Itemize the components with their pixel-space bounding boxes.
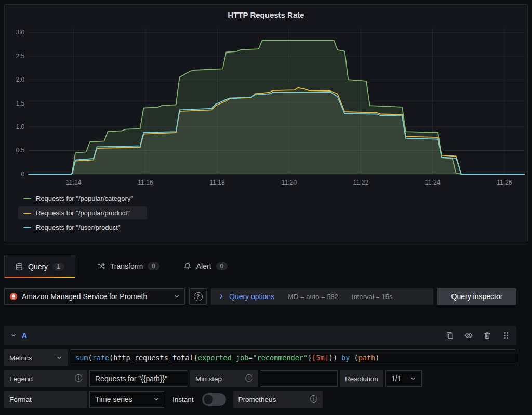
metrics-dropdown-button[interactable]: Metrics [4,349,68,366]
transform-icon [97,262,105,270]
datasource-row: Amazon Managed Service for Prometh ? Que… [4,288,516,305]
panel-editor-bottom-pane: Query 1 Transform 0 Alert 0 [4,255,516,408]
format-row: Format Time series Instant Prometheus ⓘ [4,391,516,408]
svg-text:0.5: 0.5 [16,147,24,154]
info-icon: ⓘ [75,374,82,383]
interval-text: Interval = 15s [352,293,392,301]
legend-options-row: Legend ⓘ Min step ⓘ Resolution 1/1 [4,370,516,387]
query-options-bar: Query options MD = auto = 582 Interval =… [211,288,433,305]
query-actions [446,331,510,340]
question-mark-icon: ? [194,292,203,301]
chevron-down-icon [410,375,416,382]
info-icon: ⓘ [245,374,252,383]
datasource-name: Amazon Managed Service for Prometh [22,292,169,301]
metrics-label: Metrics [9,354,32,362]
datasource-picker[interactable]: Amazon Managed Service for Prometh [4,288,185,305]
svg-text:11:14: 11:14 [66,179,82,186]
info-icon: ⓘ [310,395,317,404]
tab-alert[interactable]: Alert 0 [181,255,230,278]
collapse-chevron-down-icon[interactable] [10,332,17,339]
svg-text:2.5: 2.5 [16,53,24,60]
chevron-down-icon [153,396,159,403]
instant-label-text: Instant [172,396,194,404]
tab-label: Transform [110,262,143,270]
query-inspector-button[interactable]: Query inspector [437,288,516,305]
panel-title: HTTP Requests Rate [5,5,527,24]
resolution-select[interactable]: 1/1 [385,370,422,387]
promql-expression[interactable]: sum(rate(http_requests_total{exported_jo… [70,349,516,366]
query-options-toggle[interactable]: Query options [218,292,274,301]
svg-text:1.0: 1.0 [16,123,24,131]
legend-item-popular-product[interactable]: Requests for "/popular/product" [18,206,147,219]
svg-text:1.5: 1.5 [16,100,24,107]
query-type-text: Prometheus [238,396,276,404]
format-label-text: Format [9,396,32,404]
database-icon [15,263,23,271]
chevron-down-icon [174,293,180,300]
svg-text:11:18: 11:18 [210,179,225,186]
tab-count-badge: 1 [52,263,64,271]
chevron-right-icon [218,293,224,300]
metrics-row: Metrics sum(rate(http_requests_total{exp… [4,349,516,366]
svg-text:11:22: 11:22 [353,179,369,186]
remove-query-trash-icon[interactable] [483,331,491,340]
query-options-label: Query options [229,292,274,301]
http-requests-rate-panel: HTTP Requests Rate 00.51.01.52.02.53.011… [4,4,528,242]
instant-toggle[interactable] [202,393,226,406]
legend-item-popular-category[interactable]: Requests for "/popular/category" [18,192,138,205]
legend-item-user-product[interactable]: Requests for "/user/product" [18,221,125,234]
legend-format-input[interactable] [89,370,188,387]
legend-label-text: Legend [9,375,33,383]
query-type-field-label: Prometheus ⓘ [233,391,323,408]
svg-text:11:26: 11:26 [497,179,512,186]
time-series-chart: 00.51.01.52.02.53.011:1411:1611:1811:201… [5,24,527,189]
resolution-field-label: Resolution [340,370,383,387]
instant-field: Instant [167,391,231,408]
tab-label: Query [28,263,48,271]
format-value: Time series [95,395,132,404]
drag-handle-grip-icon[interactable] [502,331,510,340]
tab-transform[interactable]: Transform 0 [95,255,162,278]
format-select[interactable]: Time series [89,391,165,408]
chevron-down-icon [56,355,62,361]
bell-icon [183,262,192,270]
min-step-input[interactable] [260,370,338,387]
query-ref-id: A [22,331,27,340]
tab-query[interactable]: Query 1 [4,255,75,278]
prometheus-flame-icon [9,292,18,301]
min-step-field-label: Min step ⓘ [190,370,258,387]
svg-text:11:16: 11:16 [138,179,153,186]
legend-field-label: Legend ⓘ [4,370,87,387]
max-data-points-text: MD = auto = 582 [288,293,338,301]
min-step-label-text: Min step [195,375,222,383]
series-color-marker [23,227,31,228]
toggle-knob [204,395,213,404]
resolution-label-text: Resolution [345,375,378,383]
datasource-help-button[interactable]: ? [189,288,207,305]
tab-count-badge: 0 [148,262,159,270]
legend-item-label: Requests for "/popular/product" [36,209,130,217]
legend-item-label: Requests for "/popular/category" [36,194,133,202]
legend-item-label: Requests for "/user/product" [36,224,120,231]
svg-text:2.0: 2.0 [16,76,24,83]
format-field-label: Format [4,391,87,408]
hide-response-eye-icon[interactable] [464,331,473,340]
svg-text:11:24: 11:24 [425,179,441,186]
tab-label: Alert [196,262,211,270]
svg-text:3.0: 3.0 [16,29,24,36]
editor-tabs: Query 1 Transform 0 Alert 0 [4,255,516,278]
series-color-marker [23,213,31,214]
resolution-value: 1/1 [391,374,401,383]
svg-text:0: 0 [21,171,25,178]
chart-legend: Requests for "/popular/category" Request… [5,189,527,234]
svg-text:11:20: 11:20 [282,179,297,186]
query-a-header: A [4,326,516,345]
series-color-marker [23,198,31,199]
tab-count-badge: 0 [216,262,228,270]
duplicate-query-icon[interactable] [446,331,454,340]
